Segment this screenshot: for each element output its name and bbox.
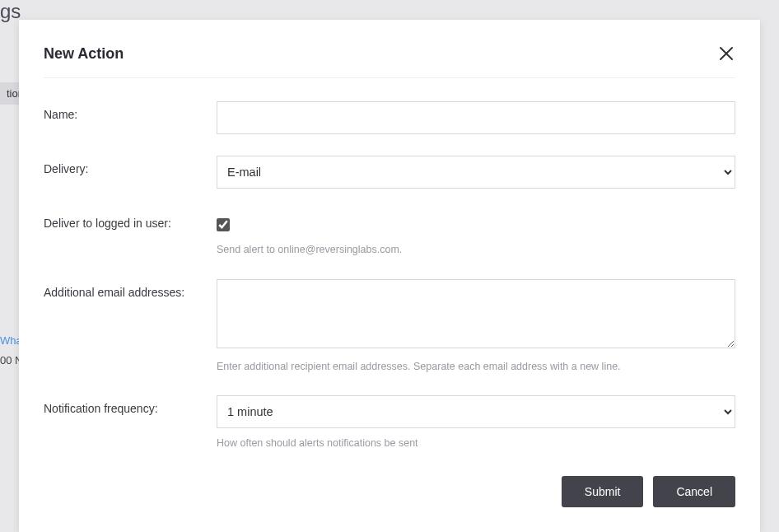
modal-title: New Action: [44, 45, 124, 63]
additional-emails-label: Additional email addresses:: [44, 279, 217, 299]
form-row-name: Name:: [44, 101, 735, 134]
delivery-select[interactable]: E-mail: [217, 156, 735, 189]
frequency-control-wrap: 1 minute How often should alerts notific…: [217, 395, 735, 451]
frequency-help: How often should alerts notifications be…: [217, 436, 735, 451]
close-button[interactable]: [717, 44, 735, 63]
form-row-additional-emails: Additional email addresses: Enter additi…: [44, 279, 735, 375]
name-control-wrap: [217, 101, 735, 134]
modal-overlay: New Action Name: Delivery: E-mail: [0, 0, 779, 532]
modal-footer: Submit Cancel: [44, 476, 735, 507]
form-row-frequency: Notification frequency: 1 minute How oft…: [44, 395, 735, 451]
modal-header: New Action: [44, 44, 735, 78]
deliver-to-user-control-wrap: Send alert to online@reversinglabs.com.: [217, 210, 735, 258]
submit-button[interactable]: Submit: [562, 476, 644, 507]
cancel-button[interactable]: Cancel: [653, 476, 735, 507]
frequency-select[interactable]: 1 minute: [217, 395, 735, 428]
additional-emails-help: Enter additional recipient email address…: [217, 360, 735, 375]
form-row-deliver-to-user: Deliver to logged in user: Send alert to…: [44, 210, 735, 258]
frequency-label: Notification frequency:: [44, 395, 217, 415]
name-input[interactable]: [217, 101, 735, 134]
form-row-delivery: Delivery: E-mail: [44, 156, 735, 189]
additional-emails-control-wrap: Enter additional recipient email address…: [217, 279, 735, 375]
close-icon: [719, 46, 734, 61]
new-action-modal: New Action Name: Delivery: E-mail: [19, 20, 760, 532]
additional-emails-textarea[interactable]: [217, 279, 735, 348]
deliver-to-user-checkbox[interactable]: [217, 218, 230, 231]
name-label: Name:: [44, 101, 217, 121]
deliver-to-user-label: Deliver to logged in user:: [44, 210, 217, 230]
deliver-to-user-help: Send alert to online@reversinglabs.com.: [217, 243, 735, 258]
delivery-control-wrap: E-mail: [217, 156, 735, 189]
delivery-label: Delivery:: [44, 156, 217, 175]
